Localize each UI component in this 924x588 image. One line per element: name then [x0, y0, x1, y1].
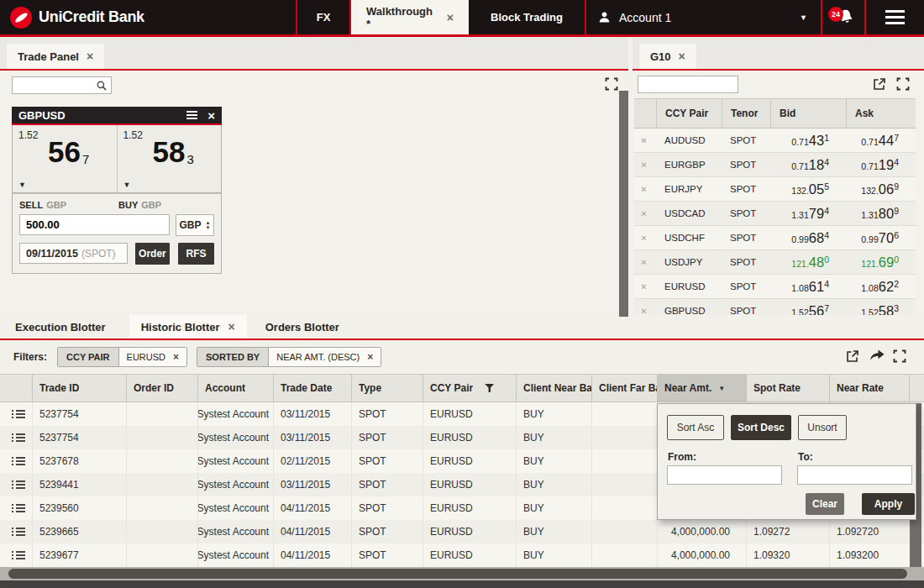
remove-pair-icon[interactable]: × — [634, 153, 656, 176]
order-button[interactable]: Order — [135, 243, 170, 265]
bid-cell[interactable]: 0.71184 — [770, 153, 846, 176]
remove-pair-icon[interactable]: × — [634, 226, 656, 249]
unsort-button[interactable]: Unsort — [798, 415, 847, 440]
ask-cell[interactable]: 0.71194 — [846, 153, 916, 176]
tab-trade-panel[interactable]: Trade Panel × — [7, 44, 104, 69]
scrollbar-thumb[interactable] — [8, 569, 907, 579]
rates-col-ask[interactable]: Ask — [846, 99, 916, 128]
remove-pair-icon[interactable]: × — [634, 275, 656, 298]
bid-cell[interactable]: 1.52567 — [770, 299, 846, 315]
rate-row[interactable]: ×AUDUSDSPOT0.714310.71447 — [634, 129, 916, 153]
bid-cell[interactable]: 132.055 — [770, 177, 846, 201]
horizontal-scrollbar[interactable] — [0, 567, 924, 580]
tab-execution-blotter[interactable]: Execution Blotter — [3, 315, 118, 339]
bid-cell[interactable]: 0.99684 — [770, 226, 846, 249]
row-actions-button[interactable] — [0, 543, 32, 567]
sell-price-tile[interactable]: 1.52 56 7 ▼ — [13, 125, 117, 192]
tab-historic-blotter[interactable]: Historic Blotter× — [129, 315, 247, 339]
row-actions-button[interactable] — [0, 496, 32, 520]
blotter-col-trade-date[interactable]: Trade Date — [273, 375, 351, 402]
bid-cell[interactable]: 1.31794 — [770, 202, 846, 225]
ask-cell[interactable]: 132.069 — [846, 177, 916, 201]
sort-asc-button[interactable]: Sort Asc — [667, 415, 724, 440]
topbar-tab-walkthrough[interactable]: Walkthrough *× — [351, 0, 469, 34]
ask-cell[interactable]: 1.08622 — [846, 275, 916, 298]
row-actions-button[interactable] — [0, 520, 32, 543]
row-actions-button[interactable] — [0, 449, 32, 473]
rate-row[interactable]: ×EURJPYSPOT132.055132.069 — [634, 177, 916, 202]
popout-button[interactable] — [846, 349, 860, 364]
sort-desc-button[interactable]: Sort Desc — [731, 415, 791, 440]
row-actions-button[interactable] — [0, 426, 32, 449]
bid-cell[interactable]: 1.08614 — [770, 275, 846, 298]
rate-row[interactable]: ×USDCADSPOT1.317941.31809 — [634, 202, 916, 226]
topbar-tab-block-trading[interactable]: Block Trading — [469, 0, 585, 34]
remove-filter-icon[interactable]: × — [367, 351, 373, 363]
blotter-col-type[interactable]: Type — [351, 375, 423, 402]
search-input[interactable] — [13, 78, 96, 92]
blotter-col-account[interactable]: Account — [197, 375, 273, 402]
close-tile-icon[interactable]: × — [207, 109, 215, 122]
close-tab-icon[interactable]: × — [679, 50, 685, 63]
ask-cell[interactable]: 0.71447 — [846, 129, 916, 152]
blotter-col-near-amt[interactable]: Near Amt.▼ — [657, 375, 746, 402]
rate-row[interactable]: ×USDCHFSPOT0.996840.99706 — [634, 226, 916, 250]
main-menu-button[interactable] — [864, 0, 924, 34]
blotter-col-client-far-base[interactable]: Client Far Base — [591, 375, 657, 402]
blotter-col-client-near-base[interactable]: Client Near Base — [516, 375, 591, 402]
ask-cell[interactable]: 1.31809 — [846, 202, 916, 225]
row-actions-button[interactable] — [0, 473, 32, 496]
remove-pair-icon[interactable]: × — [634, 129, 656, 152]
maximize-button[interactable] — [893, 349, 907, 364]
rfs-button[interactable]: RFS — [178, 243, 214, 265]
remove-filter-icon[interactable]: × — [173, 351, 179, 363]
value-date-input[interactable]: 09/11/2015 (SPOT) — [19, 243, 128, 264]
rate-row[interactable]: ×USDJPYSPOT121.480121.690 — [634, 250, 916, 275]
tab-g10[interactable]: G10 × — [639, 44, 696, 69]
from-input[interactable] — [667, 465, 782, 485]
rates-col-bid[interactable]: Bid — [770, 99, 846, 128]
rate-row[interactable]: ×EURGBPSPOT0.711840.71194 — [634, 153, 916, 177]
currency-select[interactable]: GBP ▲▼ — [176, 214, 214, 236]
tile-menu-icon[interactable] — [186, 111, 197, 119]
rates-col-ccy-pair[interactable]: CCY Pair — [656, 99, 722, 128]
notifications-button[interactable]: 24 — [821, 0, 864, 34]
share-button[interactable] — [869, 349, 884, 364]
remove-pair-icon[interactable]: × — [634, 250, 656, 274]
bid-cell[interactable]: 121.480 — [770, 250, 846, 274]
clear-button[interactable]: Clear — [806, 493, 844, 515]
blotter-col-order-id[interactable]: Order ID — [126, 375, 197, 402]
rate-row[interactable]: ×EURUSDSPOT1.086141.08622 — [634, 275, 916, 299]
amount-input[interactable] — [19, 214, 170, 235]
blotter-col-near-rate[interactable]: Near Rate — [829, 375, 909, 402]
table-row[interactable]: 5239665Systest Account04/11/2015SPOTEURU… — [0, 520, 924, 543]
rate-row[interactable]: ×GBPUSDSPOT1.525671.52583 — [634, 299, 916, 315]
vertical-scrollbar[interactable] — [619, 91, 628, 317]
ask-cell[interactable]: 1.52583 — [846, 299, 916, 315]
close-tab-icon[interactable]: × — [447, 11, 454, 24]
to-input[interactable] — [797, 465, 912, 485]
close-tab-icon[interactable]: × — [87, 50, 93, 63]
table-row[interactable]: 5239677Systest Account04/11/2015SPOTEURU… — [0, 543, 924, 567]
popout-button[interactable] — [873, 77, 887, 92]
blotter-col-spot-rate[interactable]: Spot Rate — [746, 375, 829, 402]
ask-cell[interactable]: 121.690 — [846, 250, 916, 274]
row-actions-button[interactable] — [0, 402, 32, 426]
bid-cell[interactable]: 0.71431 — [770, 129, 846, 152]
tab-orders-blotter[interactable]: Orders Blotter — [254, 315, 351, 339]
topbar-tab-fx[interactable]: FX — [296, 0, 351, 34]
account-menu[interactable]: Account 1 ▼ — [585, 0, 821, 34]
blotter-col-ccy-pair[interactable]: CCY Pair — [423, 375, 516, 402]
ask-cell[interactable]: 0.99706 — [846, 226, 916, 249]
buy-price-tile[interactable]: 1.52 58 3 ▼ — [118, 125, 222, 192]
rates-col-tenor[interactable]: Tenor — [722, 99, 770, 128]
remove-pair-icon[interactable]: × — [634, 202, 656, 225]
search-input[interactable] — [638, 77, 738, 92]
remove-pair-icon[interactable]: × — [634, 299, 656, 315]
maximize-button[interactable] — [605, 77, 619, 92]
close-tab-icon[interactable]: × — [228, 320, 235, 333]
maximize-button[interactable] — [896, 77, 911, 92]
remove-pair-icon[interactable]: × — [634, 177, 656, 201]
blotter-col-trade-id[interactable]: Trade ID — [32, 375, 126, 402]
apply-button[interactable]: Apply — [862, 493, 915, 515]
